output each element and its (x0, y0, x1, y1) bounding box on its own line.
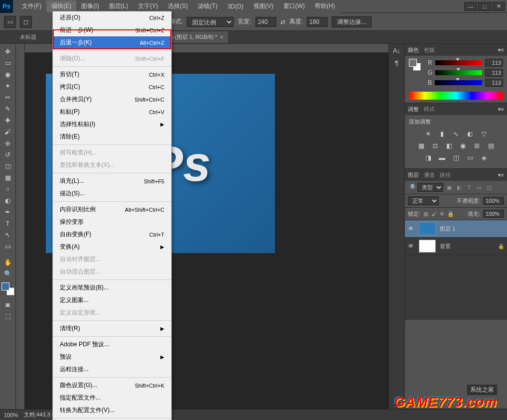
stamp-tool[interactable]: ⊕ (2, 138, 14, 148)
opacity-input[interactable] (483, 197, 504, 205)
hue-icon[interactable]: ▦ (417, 141, 426, 149)
refine-edge-button[interactable]: 调整边缘... (332, 16, 372, 27)
menu-item[interactable]: 粘贴(P)Ctrl+V (53, 106, 171, 118)
menu-item[interactable]: 还原(O)Ctrl+Z (53, 11, 171, 24)
visibility-icon[interactable]: 👁 (408, 243, 415, 250)
gradient-tool[interactable]: ▦ (2, 172, 14, 183)
hand-tool[interactable]: ✋ (2, 257, 14, 268)
posterize-icon[interactable]: ▬ (438, 153, 447, 161)
maximize-button[interactable]: □ (478, 2, 491, 11)
height-input[interactable] (307, 17, 328, 27)
levels-icon[interactable]: ▮ (438, 130, 447, 138)
lock-all-icon[interactable]: 🔒 (447, 211, 454, 217)
quickmask-tool[interactable]: ◙ (2, 299, 14, 310)
menu-item[interactable]: 合并拷贝(Y)Shift+Ctrl+C (53, 93, 171, 106)
close-button[interactable]: ✕ (492, 2, 505, 11)
menu-item[interactable]: 转换为配置文件(V)... (53, 404, 171, 417)
r-slider[interactable] (435, 60, 482, 65)
menu-item[interactable]: 选择(S) (163, 0, 193, 12)
menu-item[interactable]: 剪切(T)Ctrl+X (53, 68, 171, 81)
layer-thumbnail[interactable] (419, 222, 436, 235)
style-select[interactable]: 固定比例 (187, 17, 234, 27)
photo-filter-icon[interactable]: ◉ (459, 141, 468, 149)
zoom-tool[interactable]: 🔍 (2, 268, 14, 279)
para-panel-icon[interactable]: ¶ (395, 59, 398, 67)
path-tool[interactable]: ↖ (2, 229, 14, 240)
exposure-icon[interactable]: ◐ (466, 130, 475, 138)
layer-row[interactable]: 👁背景🔒 (405, 238, 507, 255)
menu-item[interactable]: 颜色设置(G)...Shift+Ctrl+K (53, 379, 171, 392)
menu-item[interactable]: 操控变形 (53, 216, 171, 228)
menu-item[interactable]: 窗口(W) (278, 0, 310, 12)
brightness-icon[interactable]: ☀ (424, 130, 433, 138)
heal-tool[interactable]: ✚ (2, 115, 14, 126)
panel-menu-icon[interactable]: ▾≡ (498, 106, 504, 113)
layer-thumbnail[interactable] (419, 240, 436, 253)
threshold-icon[interactable]: ◫ (452, 153, 461, 161)
tab-adjustments[interactable]: 调整 (408, 106, 419, 113)
color-swatch[interactable] (1, 282, 14, 295)
tab-layers[interactable]: 图层 (408, 171, 419, 179)
lookup-icon[interactable]: ▤ (487, 141, 496, 149)
filter-pixel-icon[interactable]: ▣ (445, 183, 453, 191)
menu-item[interactable]: 描边(S)... (53, 187, 171, 200)
menu-item[interactable]: 自由变换(F)Ctrl+T (53, 228, 171, 241)
menu-item[interactable]: 后退一步(K)Alt+Ctrl+Z (53, 36, 171, 49)
filter-search-icon[interactable]: 🔎 (408, 184, 415, 191)
char-panel-icon[interactable]: A↓ (393, 47, 400, 54)
blur-tool[interactable]: ○ (2, 183, 14, 194)
filter-smart-icon[interactable]: ◫ (485, 183, 493, 191)
menu-item[interactable]: 定义图案... (53, 294, 171, 306)
crop-tool[interactable]: ✂ (2, 92, 14, 103)
visibility-icon[interactable]: 👁 (408, 225, 415, 232)
menu-item[interactable]: 前进一步(W)Shift+Ctrl+Z (53, 24, 171, 36)
selective-icon[interactable]: ◈ (480, 153, 489, 161)
balance-icon[interactable]: ⚖ (431, 141, 440, 149)
vibrance-icon[interactable]: ▽ (480, 130, 489, 138)
menu-item[interactable]: 内容识别比例Alt+Shift+Ctrl+C (53, 203, 171, 216)
tab-paths[interactable]: 路径 (440, 171, 451, 179)
tab-channels[interactable]: 通道 (424, 171, 435, 179)
menu-item[interactable]: Adobe PDF 预设... (53, 338, 171, 351)
foreground-color[interactable] (1, 282, 9, 290)
bw-icon[interactable]: ◧ (445, 141, 454, 149)
filter-adjust-icon[interactable]: ◐ (455, 183, 463, 191)
menu-item[interactable]: 3D(D) (223, 1, 249, 11)
color-spectrum[interactable] (409, 92, 503, 100)
zoom-level[interactable]: 100% (4, 412, 18, 418)
b-input[interactable] (485, 79, 503, 87)
tab-color[interactable]: 颜色 (408, 46, 419, 54)
lock-trans-icon[interactable]: ▦ (423, 211, 428, 217)
brush-tool[interactable]: 🖌 (2, 126, 14, 137)
screenmode-tool[interactable]: ⬚ (2, 310, 14, 321)
history-brush-tool[interactable]: ↺ (2, 149, 14, 160)
dodge-tool[interactable]: ◐ (2, 195, 14, 206)
menu-item[interactable]: 填充(L)...Shift+F5 (53, 175, 171, 187)
tool-preset-icon[interactable]: ▭ (4, 16, 16, 28)
mixer-icon[interactable]: ⊞ (473, 141, 482, 149)
lock-pos-icon[interactable]: ✥ (440, 211, 444, 217)
menu-item[interactable]: 远程连接... (53, 363, 171, 376)
eyedropper-tool[interactable]: ✎ (2, 103, 14, 114)
pen-tool[interactable]: ✒ (2, 206, 14, 217)
g-input[interactable] (485, 69, 503, 77)
menu-item[interactable]: 拷贝(C)Ctrl+C (53, 81, 171, 93)
r-input[interactable] (485, 59, 503, 67)
menu-item[interactable]: 变换(A)▶ (53, 241, 171, 253)
layer-row[interactable]: 👁图层 1 (405, 220, 507, 238)
menu-item[interactable]: 预设▶ (53, 351, 171, 363)
swap-icon[interactable]: ⇄ (280, 18, 285, 25)
marquee-tool[interactable]: ▭ (2, 57, 14, 68)
menu-item[interactable]: 滤镜(T) (193, 0, 222, 12)
gradient-map-icon[interactable]: ▭ (466, 153, 475, 161)
color-panel-swatch[interactable] (409, 59, 421, 71)
menu-item[interactable]: 定义画笔预设(B)... (53, 281, 171, 294)
fill-input[interactable] (483, 210, 504, 218)
doctab-close-icon[interactable]: × (220, 34, 223, 40)
menu-item[interactable]: 选择性粘贴(I)▶ (53, 118, 171, 131)
filter-type-select[interactable]: 类型 (417, 183, 443, 192)
filter-shape-icon[interactable]: ▭ (475, 183, 483, 191)
menu-item[interactable]: 指定配置文件... (53, 392, 171, 404)
g-slider[interactable] (435, 70, 482, 75)
minimize-button[interactable]: — (464, 2, 477, 11)
